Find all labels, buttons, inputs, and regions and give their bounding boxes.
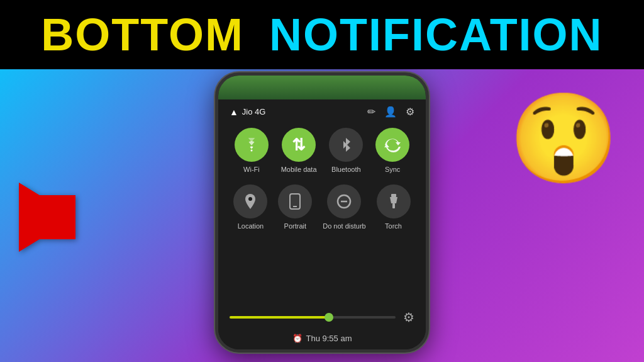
tile-torch[interactable]: Torch (377, 184, 411, 230)
svg-rect-6 (391, 194, 396, 197)
settings-icon[interactable]: ⚙ (406, 106, 414, 118)
sync-icon-bg (375, 128, 409, 162)
location-svg (243, 193, 257, 210)
mobile-data-icon-bg: ⇅ (282, 128, 316, 162)
dnd-icon-bg (327, 184, 361, 218)
alarm-icon: ⏰ (292, 334, 303, 343)
tile-bluetooth[interactable]: Bluetooth (329, 128, 363, 173)
slider-track[interactable] (230, 316, 396, 319)
location-icon-bg (233, 184, 267, 218)
slider-fill (230, 316, 329, 319)
shocked-emoji: 😲 (509, 94, 619, 183)
tiles-row-1: Wi-Fi ⇅ Mobile data (228, 128, 416, 173)
bluetooth-icon-bg (329, 128, 363, 162)
location-label: Location (238, 222, 264, 230)
brightness-slider-section: ⚙ (218, 306, 426, 331)
portrait-label: Portrait (284, 222, 306, 230)
dnd-svg (336, 193, 352, 210)
portrait-icon-bg (278, 184, 312, 218)
status-left: ▲ Jio 4G (230, 107, 265, 117)
svg-rect-7 (392, 203, 395, 208)
wifi-icon-bg (235, 128, 269, 162)
notification-panel: ▲ Jio 4G ✏ 👤 ⚙ (218, 99, 426, 349)
mobile-data-label: Mobile data (281, 166, 317, 173)
tiles-row-2: Location Portrait (228, 184, 416, 230)
wifi-label: Wi-Fi (243, 166, 260, 173)
quick-tiles-section: Wi-Fi ⇅ Mobile data (218, 123, 426, 306)
clock-bar: ⏰ Thu 9:55 am (218, 331, 426, 349)
banner-word-notification: NOTIFICATION (269, 9, 603, 60)
tile-mobile-data[interactable]: ⇅ Mobile data (281, 128, 317, 173)
red-arrow-icon (19, 183, 75, 252)
account-icon[interactable]: 👤 (384, 106, 397, 118)
phone-mockup: ▲ Jio 4G ✏ 👤 ⚙ (215, 72, 429, 353)
sync-svg (384, 137, 401, 153)
torch-icon-bg (377, 184, 411, 218)
tile-location[interactable]: Location (233, 184, 267, 230)
carrier-text: Jio 4G (242, 107, 266, 116)
torch-svg (388, 193, 399, 210)
mobile-data-icon: ⇅ (292, 135, 306, 155)
svg-point-1 (248, 197, 252, 201)
status-right: ✏ 👤 ⚙ (367, 106, 414, 118)
signal-icon: ▲ (230, 107, 238, 117)
bluetooth-svg (340, 137, 352, 152)
top-banner: BOTTOM NOTIFICATION (0, 0, 644, 69)
tile-dnd[interactable]: Do not disturb (323, 184, 365, 230)
portrait-svg (289, 193, 301, 210)
svg-point-0 (250, 150, 252, 152)
brightness-settings-icon[interactable]: ⚙ (403, 310, 414, 325)
sync-label: Sync (385, 166, 400, 173)
phone-body: ▲ Jio 4G ✏ 👤 ⚙ (215, 72, 429, 353)
wifi-svg (243, 138, 260, 152)
edit-icon[interactable]: ✏ (367, 106, 375, 118)
banner-word-bottom: BOTTOM (41, 9, 244, 60)
bluetooth-label: Bluetooth (331, 166, 360, 173)
tile-portrait[interactable]: Portrait (278, 184, 312, 230)
dnd-label: Do not disturb (323, 222, 365, 230)
torch-label: Torch (385, 222, 402, 230)
clock-text: Thu 9:55 am (306, 334, 352, 343)
status-bar: ▲ Jio 4G ✏ 👤 ⚙ (218, 99, 426, 123)
red-arrow-container (19, 183, 75, 252)
tile-wifi[interactable]: Wi-Fi (235, 128, 269, 173)
slider-thumb (325, 313, 333, 322)
banner-title: BOTTOM NOTIFICATION (41, 12, 602, 57)
phone-wallpaper (218, 76, 426, 99)
tile-sync[interactable]: Sync (375, 128, 409, 173)
